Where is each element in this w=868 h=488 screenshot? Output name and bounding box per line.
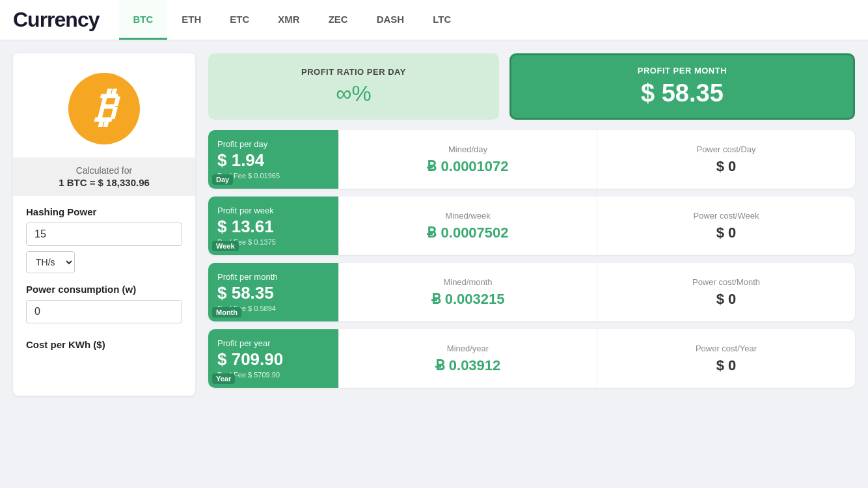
row-profit-label-0: Profit per day [217,139,329,149]
top-cards: PROFIT RATIO PER DAY ∞% PROFIT PER MONTH… [208,53,855,120]
data-row-week: Profit per week $ 13.61 Pool Fee $ 0.137… [208,197,855,255]
row-profit-value-3: $ 709.90 [217,349,329,370]
profit-ratio-card: PROFIT RATIO PER DAY ∞% [208,53,499,120]
row-mined-value-2: Ƀ 0.003215 [431,291,505,308]
row-badge-2: Month [212,307,241,318]
profit-month-title: PROFIT PER MONTH [638,66,727,75]
btc-symbol: ₿ [94,87,114,128]
row-power-label-0: Power cost/Day [696,144,755,154]
calc-label: Calculated for [76,165,132,176]
row-profit-value-2: $ 58.35 [217,283,329,303]
row-power-cell-3: Power cost/Year $ 0 [597,329,855,388]
nav-tab-dash[interactable]: DASH [362,0,419,40]
hashing-unit-select[interactable]: TH/s GH/s MH/s [26,251,75,273]
row-right-day: Mined/day Ƀ 0.0001072 Power cost/Day $ 0 [338,130,855,189]
row-badge-0: Day [212,174,233,185]
row-mined-value-3: Ƀ 0.03912 [435,357,501,374]
profit-ratio-title: PROFIT RATIO PER DAY [301,67,406,77]
row-power-label-1: Power cost/Week [694,211,759,221]
hashing-power-label: Hashing Power [26,206,182,217]
currency-tabs: BTCETHETCXMRZECDASHLTC [119,0,466,40]
row-power-cell-1: Power cost/Week $ 0 [597,197,855,255]
cost-per-kwh-label: Cost per KWh ($) [26,339,182,350]
row-pool-fee-0: Pool Fee $ 0.01965 [217,172,329,180]
coin-icon-wrap: ₿ [13,53,195,157]
nav-tab-btc[interactable]: BTC [119,0,168,40]
row-profit-label-2: Profit per month [217,272,329,282]
main-content: ₿ Calculated for 1 BTC = $ 18,330.96 Has… [0,40,868,409]
row-power-cell-2: Power cost/Month $ 0 [597,263,855,321]
calc-value: 1 BTC = $ 18,330.96 [21,177,187,188]
nav-tab-xmr[interactable]: XMR [264,0,314,40]
right-panel: PROFIT RATIO PER DAY ∞% PROFIT PER MONTH… [208,53,855,396]
row-mined-cell-0: Mined/day Ƀ 0.0001072 [338,130,597,189]
power-consumption-input[interactable] [26,300,182,323]
row-mined-label-3: Mined/year [447,344,489,353]
row-mined-value-1: Ƀ 0.0007502 [427,224,508,241]
row-mined-value-0: Ƀ 0.0001072 [427,158,508,175]
row-mined-cell-3: Mined/year Ƀ 0.03912 [338,329,597,388]
row-power-label-3: Power cost/Year [696,344,757,353]
row-power-value-2: $ 0 [716,291,737,308]
data-row-day: Profit per day $ 1.94 Pool Fee $ 0.01965… [208,130,855,189]
nav-tab-ltc[interactable]: LTC [418,0,465,40]
row-profit-label-1: Profit per week [217,206,329,215]
nav-tab-zec[interactable]: ZEC [314,0,362,40]
row-left-month: Profit per month $ 58.35 Pool Fee $ 0.58… [208,263,338,321]
row-profit-value-0: $ 1.94 [217,150,329,170]
row-power-value-3: $ 0 [716,357,737,374]
row-right-week: Mined/week Ƀ 0.0007502 Power cost/Week $… [338,197,855,255]
top-nav: Currency BTCETHETCXMRZECDASHLTC [0,0,868,40]
row-profit-label-3: Profit per year [217,338,329,348]
nav-tab-eth[interactable]: ETH [167,0,215,40]
row-power-value-0: $ 0 [716,158,737,175]
power-consumption-label: Power consumption (w) [26,284,182,295]
row-power-cell-0: Power cost/Day $ 0 [597,130,855,189]
row-mined-label-0: Mined/day [448,144,487,154]
calc-for-section: Calculated for 1 BTC = $ 18,330.96 [13,157,195,196]
brand-title: Currency [13,8,100,32]
btc-coin-circle: ₿ [68,73,140,144]
data-row-month: Profit per month $ 58.35 Pool Fee $ 0.58… [208,263,855,321]
hashing-power-section: Hashing Power TH/s GH/s MH/s [13,196,195,273]
row-badge-1: Week [212,241,239,251]
row-power-label-2: Power cost/Month [692,277,760,287]
row-mined-label-1: Mined/week [445,211,490,221]
data-row-year: Profit per year $ 709.90 Pool Fee $ 5709… [208,329,855,388]
row-mined-cell-1: Mined/week Ƀ 0.0007502 [338,197,597,255]
row-left-week: Profit per week $ 13.61 Pool Fee $ 0.137… [208,197,338,255]
left-panel: ₿ Calculated for 1 BTC = $ 18,330.96 Has… [13,53,195,396]
row-mined-label-2: Mined/month [443,277,492,287]
row-left-year: Profit per year $ 709.90 Pool Fee $ 5709… [208,329,338,388]
row-right-year: Mined/year Ƀ 0.03912 Power cost/Year $ 0 [338,329,855,388]
data-rows-container: Profit per day $ 1.94 Pool Fee $ 0.01965… [208,130,855,388]
row-badge-3: Year [212,373,235,384]
profit-month-card: PROFIT PER MONTH $ 58.35 [509,53,855,120]
row-right-month: Mined/month Ƀ 0.003215 Power cost/Month … [338,263,855,321]
row-power-value-1: $ 0 [716,224,737,241]
cost-per-kwh-section: Cost per KWh ($) [13,329,195,350]
profit-ratio-value: ∞% [336,81,371,106]
nav-tab-etc[interactable]: ETC [215,0,264,40]
row-mined-cell-2: Mined/month Ƀ 0.003215 [338,263,597,321]
row-left-day: Profit per day $ 1.94 Pool Fee $ 0.01965… [208,130,338,189]
power-consumption-section: Power consumption (w) [13,273,195,329]
row-profit-value-1: $ 13.61 [217,217,329,237]
hashing-power-input[interactable] [26,223,182,246]
profit-month-value: $ 58.35 [641,79,724,107]
